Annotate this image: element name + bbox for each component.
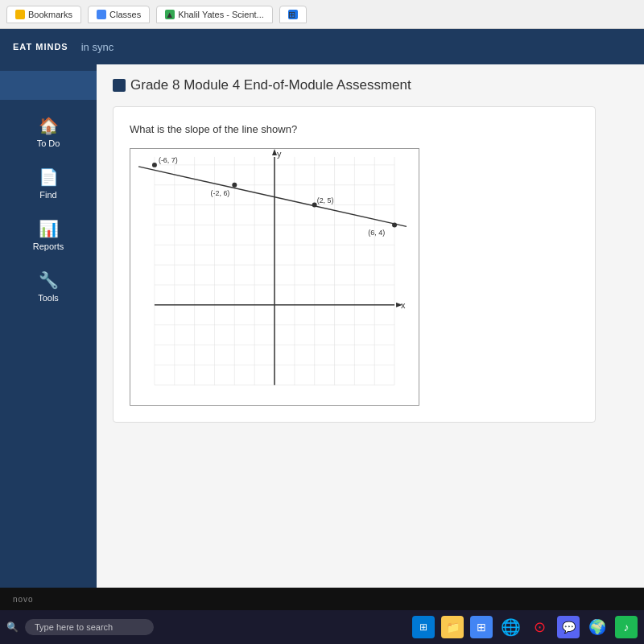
search-icon: 🔍: [6, 621, 19, 633]
todo-label: To Do: [37, 138, 60, 148]
lenovo-label: novo: [13, 595, 34, 604]
find-label: Find: [39, 190, 56, 200]
reports-label: Reports: [33, 242, 64, 251]
tab-khalil[interactable]: ▲ Khalil Yates - Scient...: [156, 6, 273, 23]
bookmarks-icon: [15, 10, 25, 19]
app-header: EAT MINDS in sync: [0, 29, 644, 64]
sidebar-item-reports[interactable]: 📊 Reports: [0, 209, 97, 261]
opera-icon[interactable]: ⊙: [528, 616, 551, 638]
tab-classes[interactable]: Classes: [88, 6, 150, 23]
svg-point-32: [152, 163, 157, 167]
taskbar: 🔍 Type here to search ⊞ 📁 ⊞ 🌐 ⊙ 💬 🌍 ♪: [0, 610, 644, 644]
svg-point-34: [232, 183, 237, 188]
apps-icon[interactable]: ⊞: [470, 616, 493, 638]
brand-label: EAT MINDS: [13, 42, 68, 52]
content-area: 🏠 To Do 📄 Find 📊 Reports 🔧 Tools Grade 8…: [0, 64, 644, 644]
svg-point-38: [392, 222, 397, 227]
chrome-icon[interactable]: 🌐: [499, 616, 522, 638]
graph-container: x y: [130, 148, 419, 406]
windows-icon[interactable]: ⊞: [412, 616, 435, 638]
document-icon: [113, 79, 126, 92]
app-container: EAT MINDS in sync 🏠 To Do 📄 Find 📊 Repor…: [0, 29, 644, 644]
reports-icon: 📊: [39, 219, 59, 238]
sidebar-item-todo[interactable]: 🏠 To Do: [0, 106, 97, 158]
svg-text:(2, 5): (2, 5): [317, 196, 334, 204]
sync-status: in sync: [81, 41, 114, 53]
svg-text:(-6, 7): (-6, 7): [159, 156, 178, 164]
find-icon: 📄: [39, 167, 59, 187]
discord-icon[interactable]: 💬: [557, 616, 580, 638]
tab-bookmarks[interactable]: Bookmarks: [6, 6, 81, 23]
home-icon: 🏠: [39, 116, 59, 135]
page-title: Grade 8 Module 4 End-of-Module Assessmen…: [113, 77, 628, 93]
sidebar-top-bar: [0, 71, 97, 100]
svg-line-31: [138, 167, 407, 227]
coordinate-graph: x y: [130, 148, 419, 406]
chrome2-icon[interactable]: 🌍: [586, 616, 609, 638]
lenovo-bar: novo: [0, 588, 644, 610]
svg-text:(6, 4): (6, 4): [368, 229, 385, 237]
main-content: Grade 8 Module 4 End-of-Module Assessmen…: [97, 64, 644, 644]
tab-grid[interactable]: ⊞: [279, 6, 307, 23]
svg-text:(-2, 6): (-2, 6): [211, 189, 230, 197]
classes-icon: [97, 10, 106, 19]
browser-bar: Bookmarks Classes ▲ Khalil Yates - Scien…: [0, 0, 644, 29]
tools-icon: 🔧: [39, 270, 59, 290]
grid-icon: ⊞: [288, 10, 298, 19]
drive-icon: ▲: [165, 10, 175, 19]
sidebar-item-find[interactable]: 📄 Find: [0, 158, 97, 209]
svg-text:y: y: [277, 149, 282, 159]
sidebar-item-tools[interactable]: 🔧 Tools: [0, 261, 97, 312]
sidebar: 🏠 To Do 📄 Find 📊 Reports 🔧 Tools: [0, 64, 97, 644]
files-icon[interactable]: 📁: [441, 616, 464, 638]
question-text: What is the slope of the line shown?: [130, 123, 579, 135]
tools-label: Tools: [38, 293, 59, 303]
svg-text:x: x: [401, 300, 406, 310]
spotify-icon[interactable]: ♪: [615, 616, 638, 638]
question-card: What is the slope of the line shown?: [113, 106, 596, 423]
taskbar-search[interactable]: Type here to search: [25, 619, 154, 635]
